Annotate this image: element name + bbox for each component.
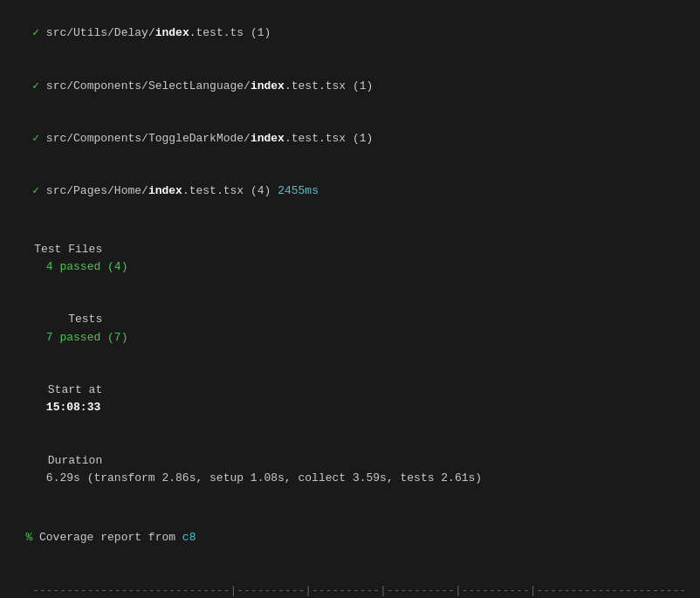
path-3: src/Components/ToggleDarkMode/index.test… <box>46 132 373 145</box>
summary-start: Start at 15:08:33 <box>5 364 695 435</box>
summary-duration: Duration 6.29s (transform 2.86s, setup 1… <box>5 434 695 505</box>
path-1: src/Utils/Delay/index.test.ts (1) <box>46 26 271 39</box>
test-result-2: ✓ src/Components/SelectLanguage/index.te… <box>5 59 695 112</box>
test-result-4: ✓ src/Pages/Home/index.test.tsx (4) 2455… <box>5 165 695 217</box>
path-2: src/Components/SelectLanguage/index.test… <box>46 79 373 93</box>
test-result-1: ✓ src/Utils/Delay/index.test.ts (1) <box>5 7 695 59</box>
summary-tests: Tests 7 passed (7) <box>5 293 695 364</box>
summary-test-files: Test Files 4 passed (4) <box>5 223 695 294</box>
checkmark-3: ✓ <box>32 132 46 145</box>
path-4: src/Pages/Home/index.test.tsx (4) 2455ms <box>46 184 319 197</box>
checkmark-1: ✓ <box>32 26 46 39</box>
checkmark-4: ✓ <box>32 184 46 197</box>
terminal-output: ✓ src/Utils/Delay/index.test.ts (1) ✓ sr… <box>5 7 695 598</box>
table-top-border: -----------------------------|----------… <box>5 564 695 598</box>
coverage-header: % Coverage report from c8 <box>5 512 695 564</box>
checkmark-2: ✓ <box>32 79 46 93</box>
test-result-3: ✓ src/Components/ToggleDarkMode/index.te… <box>5 113 695 165</box>
